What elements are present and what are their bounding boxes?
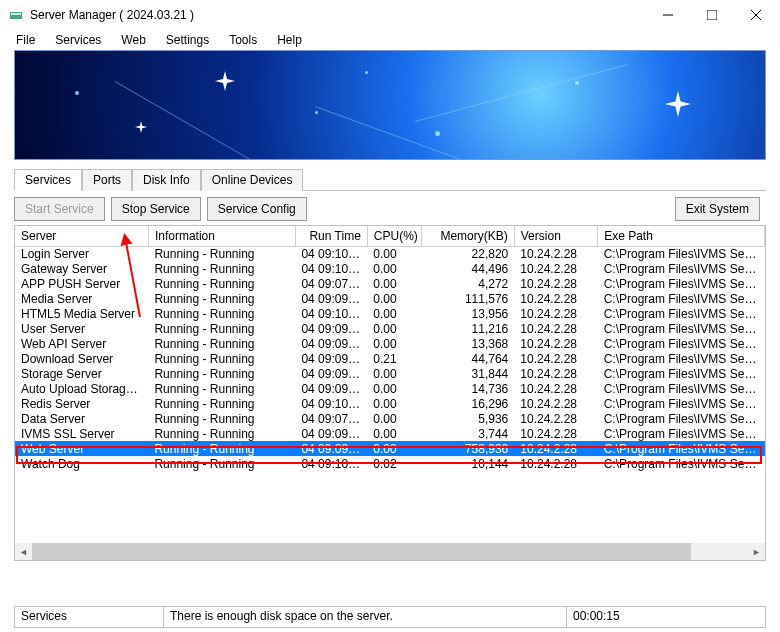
menu-file[interactable]: File xyxy=(6,31,45,49)
cell-run: 04 09:09:56 xyxy=(295,366,367,381)
cell-ver: 10.24.2.28 xyxy=(514,381,597,396)
cell-mem: 4,272 xyxy=(422,276,515,291)
table-row[interactable]: User ServerRunning - Running04 09:09:570… xyxy=(15,321,765,336)
table-row[interactable]: Data ServerRunning - Running04 09:07:470… xyxy=(15,411,765,426)
cell-server: Media Server xyxy=(15,291,148,306)
table-row[interactable]: Media ServerRunning - Running04 09:09:58… xyxy=(15,291,765,306)
cell-server: Download Server xyxy=(15,351,148,366)
cell-server: Login Server xyxy=(15,246,148,261)
table-row[interactable]: Auto Upload Storage S...Running - Runnin… xyxy=(15,381,765,396)
col-run-time[interactable]: Run Time xyxy=(295,226,367,246)
scroll-left-icon[interactable]: ◄ xyxy=(15,543,32,560)
cell-mem: 5,936 xyxy=(422,411,515,426)
col-memory[interactable]: Memory(KB) xyxy=(422,226,515,246)
tab-online-devices[interactable]: Online Devices xyxy=(201,169,304,191)
cell-ver: 10.24.2.28 xyxy=(514,426,597,441)
tab-row: Services Ports Disk Info Online Devices xyxy=(14,168,766,191)
cell-ver: 10.24.2.28 xyxy=(514,276,597,291)
status-timer: 00:00:15 xyxy=(566,606,766,628)
cell-server: Watch Dog xyxy=(15,456,148,471)
table-row[interactable]: Web API ServerRunning - Running04 09:09:… xyxy=(15,336,765,351)
cell-mem: 14,736 xyxy=(422,381,515,396)
maximize-button[interactable] xyxy=(690,1,734,29)
services-table-wrap: Server Information Run Time CPU(%) Memor… xyxy=(14,225,766,561)
cell-exe: C:\Program Files\IVMS Server\bin6 xyxy=(598,426,765,441)
table-row[interactable]: Download ServerRunning - Running04 09:09… xyxy=(15,351,765,366)
cell-info: Running - Running xyxy=(148,306,295,321)
minimize-button[interactable] xyxy=(646,1,690,29)
cell-server: User Server xyxy=(15,321,148,336)
menubar: File Services Web Settings Tools Help xyxy=(0,30,780,50)
tab-services[interactable]: Services xyxy=(14,169,82,191)
cell-exe: C:\Program Files\IVMS Server\bin6 xyxy=(598,381,765,396)
cell-mem: 22,820 xyxy=(422,246,515,261)
col-version[interactable]: Version xyxy=(514,226,597,246)
cell-run: 04 09:07:47 xyxy=(295,411,367,426)
scroll-right-icon[interactable]: ► xyxy=(748,543,765,560)
col-exe-path[interactable]: Exe Path xyxy=(598,226,765,246)
cell-server: Gateway Server xyxy=(15,261,148,276)
cell-cpu: 0.00 xyxy=(367,276,421,291)
cell-run: 04 09:10:05 xyxy=(295,306,367,321)
toolbar: Start Service Stop Service Service Confi… xyxy=(14,197,766,221)
cell-ver: 10.24.2.28 xyxy=(514,291,597,306)
cell-exe: C:\Program Files\IVMS Server\bin6 xyxy=(598,396,765,411)
tab-disk-info[interactable]: Disk Info xyxy=(132,169,201,191)
table-row[interactable]: Redis ServerRunning - Running04 09:10:02… xyxy=(15,396,765,411)
table-row[interactable]: Watch DogRunning - Running04 09:10:060.0… xyxy=(15,456,765,471)
col-information[interactable]: Information xyxy=(148,226,295,246)
table-row[interactable]: IVMS SSL ServerRunning - Running04 09:09… xyxy=(15,426,765,441)
service-config-button[interactable]: Service Config xyxy=(207,197,307,221)
col-server[interactable]: Server xyxy=(15,226,148,246)
services-table[interactable]: Server Information Run Time CPU(%) Memor… xyxy=(15,226,765,471)
cell-ver: 10.24.2.28 xyxy=(514,396,597,411)
cell-mem: 10,144 xyxy=(422,456,515,471)
cell-info: Running - Running xyxy=(148,426,295,441)
menu-settings[interactable]: Settings xyxy=(156,31,219,49)
cell-run: 04 09:10:00 xyxy=(295,261,367,276)
cell-server: Web API Server xyxy=(15,336,148,351)
cell-ver: 10.24.2.28 xyxy=(514,336,597,351)
scroll-thumb[interactable] xyxy=(32,543,691,560)
table-row[interactable]: Login ServerRunning - Running04 09:10:01… xyxy=(15,246,765,261)
menu-web[interactable]: Web xyxy=(111,31,155,49)
exit-system-button[interactable]: Exit System xyxy=(675,197,760,221)
svg-rect-1 xyxy=(11,13,21,15)
svg-rect-3 xyxy=(707,10,717,20)
cell-run: 04 09:07:25 xyxy=(295,276,367,291)
tab-ports[interactable]: Ports xyxy=(82,169,132,191)
start-service-button[interactable]: Start Service xyxy=(14,197,105,221)
cell-exe: C:\Program Files\IVMS Server\bin6 xyxy=(598,321,765,336)
cell-ver: 10.24.2.28 xyxy=(514,411,597,426)
cell-info: Running - Running xyxy=(148,411,295,426)
menu-services[interactable]: Services xyxy=(45,31,111,49)
cell-exe: C:\Program Files\IVMS Server\bin6 xyxy=(598,336,765,351)
cell-mem: 44,496 xyxy=(422,261,515,276)
cell-ver: 10.24.2.28 xyxy=(514,441,597,456)
table-row[interactable]: APP PUSH ServerRunning - Running04 09:07… xyxy=(15,276,765,291)
horizontal-scrollbar[interactable]: ◄ ► xyxy=(15,543,765,560)
stop-service-button[interactable]: Stop Service xyxy=(111,197,201,221)
menu-help[interactable]: Help xyxy=(267,31,312,49)
titlebar: Server Manager ( 2024.03.21 ) xyxy=(0,0,780,30)
menu-tools[interactable]: Tools xyxy=(219,31,267,49)
cell-cpu: 0.02 xyxy=(367,456,421,471)
cell-mem: 16,296 xyxy=(422,396,515,411)
cell-ver: 10.24.2.28 xyxy=(514,306,597,321)
cell-cpu: 0.00 xyxy=(367,246,421,261)
table-row[interactable]: Web ServerRunning - Running04 09:09:540.… xyxy=(15,441,765,456)
close-button[interactable] xyxy=(734,1,778,29)
cell-cpu: 0.00 xyxy=(367,396,421,411)
cell-info: Running - Running xyxy=(148,276,295,291)
table-row[interactable]: HTML5 Media ServerRunning - Running04 09… xyxy=(15,306,765,321)
cell-ver: 10.24.2.28 xyxy=(514,321,597,336)
cell-mem: 11,216 xyxy=(422,321,515,336)
table-row[interactable]: Gateway ServerRunning - Running04 09:10:… xyxy=(15,261,765,276)
status-message: There is enough disk space on the server… xyxy=(163,606,567,628)
cell-server: Storage Server xyxy=(15,366,148,381)
col-cpu[interactable]: CPU(%) xyxy=(367,226,421,246)
table-row[interactable]: Storage ServerRunning - Running04 09:09:… xyxy=(15,366,765,381)
cell-server: Data Server xyxy=(15,411,148,426)
cell-ver: 10.24.2.28 xyxy=(514,246,597,261)
cell-info: Running - Running xyxy=(148,456,295,471)
